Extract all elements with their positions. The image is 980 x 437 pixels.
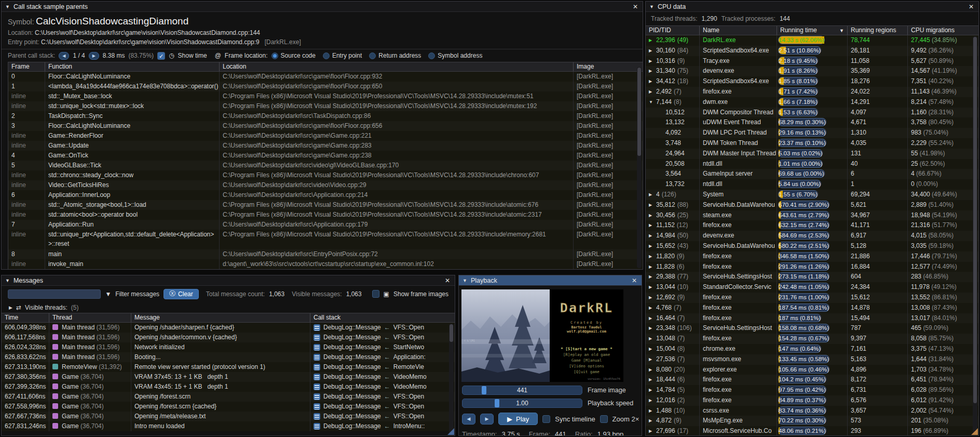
message-row[interactable]: 627,558,996ns Game (36,704) Opening /for… — [2, 402, 455, 412]
process-row[interactable]: ▶4(126) System 1.55 s (6.70%) 69,294 34,… — [646, 190, 978, 200]
expand-icon[interactable]: ▼ — [649, 97, 654, 108]
process-row[interactable]: ▶30,456(25) steam.exe 643.61 ms (2.79%) … — [646, 210, 978, 221]
process-row[interactable]: ▶34,412(18) ScriptedSandbox64.exe 1.85 s… — [646, 76, 978, 87]
process-row[interactable]: ▶11,828(6) firefox.exe 291.26 ms (1.26%)… — [646, 262, 978, 272]
callstack-row[interactable]: 5 VideoGLBase::Tick C:\Users\wolf\Deskto… — [8, 161, 643, 170]
callstack-row[interactable]: inline invoke_main d:\agent\_work\63\s\s… — [8, 259, 643, 269]
process-row[interactable]: ▶4,768(7) firefox.exe 187.54 ms (0.81%) … — [646, 303, 978, 313]
zoom-2x-checkbox[interactable]: ✓ — [600, 415, 608, 423]
callstack-row[interactable]: inline std::_Atomic_storage<bool,1>::loa… — [8, 200, 643, 210]
expand-icon[interactable]: ▶ — [649, 210, 654, 221]
frame-location-radio[interactable]: Source code — [271, 52, 316, 59]
message-callstack[interactable]: DebugLog::Message←Application: — [310, 352, 455, 362]
process-row[interactable]: ▶13,048(7) firefox.exe 154.28 ms (0.67%)… — [646, 334, 978, 344]
process-row[interactable]: 10,512 DWM Compositor Thread 1.53 s (6.6… — [646, 108, 978, 118]
expand-icon[interactable]: ▶ — [649, 344, 654, 354]
expand-icon[interactable]: ▶ — [649, 282, 654, 293]
process-row[interactable]: ▶23,348(106) ServiceHub.SettingsHost 158… — [646, 323, 978, 334]
callstack-row[interactable]: 0 Floor::CalcLightNoLuminance C:\Users\w… — [8, 72, 643, 82]
prev-callstack-button[interactable]: ◀ — [59, 52, 69, 60]
expand-icon[interactable]: ▶ — [649, 334, 654, 344]
message-row[interactable]: 606,049,398ns Main thread (31,596) Openi… — [2, 323, 455, 333]
resize-grip[interactable] — [971, 428, 978, 435]
process-row[interactable]: 20,508 ntdll.dll 1.01 ms (0.00%) 40 25 (… — [646, 159, 978, 169]
message-row[interactable]: 606,117,568ns Main thread (31,596) Openi… — [2, 333, 455, 342]
message-callstack[interactable]: DebugLog::Message←VideoMemo — [310, 382, 455, 392]
process-row[interactable]: ▶35,812(88) ServiceHub.DataWarehou 670.4… — [646, 200, 978, 210]
column-header-running-regions[interactable]: Running regions — [848, 26, 908, 35]
process-row[interactable]: ▶30,160(84) ScriptedSandbox64.exe 2.51 s… — [646, 46, 978, 56]
expand-icon[interactable]: ▶ — [649, 395, 654, 406]
expand-icon[interactable]: ▶ — [649, 406, 654, 416]
expand-icon[interactable]: ▶ — [649, 35, 654, 46]
expand-icon[interactable]: ▶ — [649, 272, 654, 282]
expand-icon[interactable]: ▶ — [649, 323, 654, 334]
expand-icon[interactable]: ▶ — [649, 313, 654, 324]
next-callstack-button[interactable]: ▶ — [89, 52, 99, 60]
expand-icon[interactable]: ▶ — [649, 241, 654, 251]
cpu-scrollbar[interactable] — [973, 36, 977, 434]
process-row[interactable]: 13,132 uDWM Event Thread 68.29 ms (0.30%… — [646, 117, 978, 128]
process-row[interactable]: 24,964 DWM Master Input Thread 5.03 ms (… — [646, 149, 978, 159]
expand-icon[interactable]: ▶ — [649, 46, 654, 56]
callstack-row[interactable]: 1 <lambda_84a19dc444fae966ca174e83e708bd… — [8, 82, 643, 91]
process-row[interactable]: ▶27,696(17) Microsoft.ServiceHub.Co 48.0… — [646, 426, 978, 436]
expand-icon[interactable]: ▶ — [649, 231, 654, 241]
sync-timeline-checkbox[interactable]: ✓ — [542, 415, 550, 423]
message-row[interactable]: 626,024,328ns Main thread (31,596) Netwo… — [2, 342, 455, 352]
close-icon[interactable]: ✕ — [444, 277, 451, 284]
callstack-scrollbar[interactable] — [637, 67, 642, 268]
process-row[interactable]: ▶18,444(6) firefox.exe 104.2 ms (0.45%) … — [646, 375, 978, 385]
column-header-running-time[interactable]: ▼Running time — [777, 26, 848, 35]
callstack-row[interactable]: inline Video::GetTicksHiRes C:\Users\wol… — [8, 180, 643, 190]
expand-icon[interactable]: ▶ — [649, 416, 654, 426]
clear-button[interactable]: ⓧ Clear — [164, 289, 199, 299]
message-row[interactable]: 627,313,190ns RemoteView (31,392) Remote… — [2, 362, 455, 372]
expand-icon[interactable]: ▶ — [649, 375, 654, 385]
process-row[interactable]: ▶31,340(75) devenv.exe 1.91 s (8.26%) 35… — [646, 66, 978, 76]
column-header-cpu-migrations[interactable]: CPU migrations — [908, 26, 978, 35]
process-row[interactable]: ▶2,492(7) firefox.exe 1.71 s (7.42%) 24,… — [646, 87, 978, 97]
message-callstack[interactable]: DebugLog::Message←IntroMenu:: — [310, 421, 455, 431]
radio-icon[interactable] — [323, 52, 330, 59]
process-row[interactable]: ▶15,004(8) chrome.exe 147 ms (0.64%) 7,1… — [646, 344, 978, 354]
message-row[interactable]: 627,399,326ns Game (36,704) VRAM 43x45: … — [2, 382, 455, 392]
close-icon[interactable]: ✕ — [632, 3, 639, 10]
radio-icon[interactable] — [428, 52, 435, 59]
expand-icon[interactable]: ▶ — [649, 354, 654, 365]
message-callstack[interactable]: DebugLog::Message←VFS::Open — [310, 392, 455, 402]
frame-location-radio[interactable]: Symbol address — [428, 52, 482, 59]
cpu-scrollbar-thumb[interactable] — [973, 37, 977, 403]
play-button[interactable]: ▶ Play — [498, 413, 538, 425]
process-row[interactable]: ▶16,464(7) firefox.exe 187 ms (0.81%) 15… — [646, 313, 978, 324]
process-row[interactable]: 13,732 ntdll.dll 5.84 us (0.00%) 1 0 (0.… — [646, 179, 978, 190]
message-row[interactable]: 626,833,622ns Main thread (31,596) Booti… — [2, 352, 455, 362]
callstack-row[interactable]: inline Game::Update C:\Users\wolf\Deskto… — [8, 141, 643, 151]
process-row[interactable]: 4,092 DWM LPC Port Thread 29.16 ms (0.13… — [646, 128, 978, 138]
close-icon[interactable]: ✕ — [631, 277, 638, 284]
message-row[interactable]: 627,831,246ns Game (36,704) Intro menu l… — [2, 421, 455, 431]
column-header-name[interactable]: Name — [700, 26, 777, 35]
callstack-row[interactable]: inline std::atomic<bool>::operator bool … — [8, 210, 643, 220]
expand-icon[interactable]: ▶ — [649, 303, 654, 313]
expand-icon[interactable]: ▶ — [9, 305, 12, 310]
messages-scrollbar-thumb[interactable] — [450, 324, 453, 342]
message-row[interactable]: 627,667,736ns Game (36,704) Opening /met… — [2, 412, 455, 421]
expand-icon[interactable]: ▶ — [649, 262, 654, 272]
process-row[interactable]: ▶11,820(9) firefox.exe 346.58 ms (1.50%)… — [646, 251, 978, 262]
process-row[interactable]: ▶13,044(10) StandardCollector.Servic 242… — [646, 282, 978, 293]
callstack-row[interactable]: inline std::unique_lock<std::mutex>::loc… — [8, 101, 643, 111]
expand-icon[interactable]: ▶ — [649, 220, 654, 231]
show-frame-images-checkbox[interactable]: ✓ — [372, 290, 379, 298]
callstack-row[interactable]: 4 Game::OnTick C:\Users\wolf\Desktop\dar… — [8, 151, 643, 161]
expand-icon[interactable]: ▶ — [649, 190, 654, 200]
process-row[interactable]: ▶12,692(9) firefox.exe 231.76 ms (1.00%)… — [646, 293, 978, 303]
collapse-icon[interactable]: ▼ — [5, 278, 10, 283]
message-row[interactable]: 627,380,356ns Game (36,704) VRAM 37x45: … — [2, 372, 455, 382]
process-row[interactable]: ▶10,316(9) Tracy.exe 2.18 s (9.45%) 11,0… — [646, 56, 978, 67]
frame-image-slider[interactable]: 441 — [462, 386, 582, 395]
callstack-row[interactable]: 6 Application::InnerLoop C:\Users\wolf\D… — [8, 190, 643, 200]
process-row[interactable]: ▶11,152(12) firefox.exe 632.15 ms (2.74%… — [646, 220, 978, 231]
radio-icon[interactable] — [271, 52, 278, 59]
process-row[interactable]: 3,748 DWM Token Thread 23.37 ms (0.10%) … — [646, 138, 978, 149]
